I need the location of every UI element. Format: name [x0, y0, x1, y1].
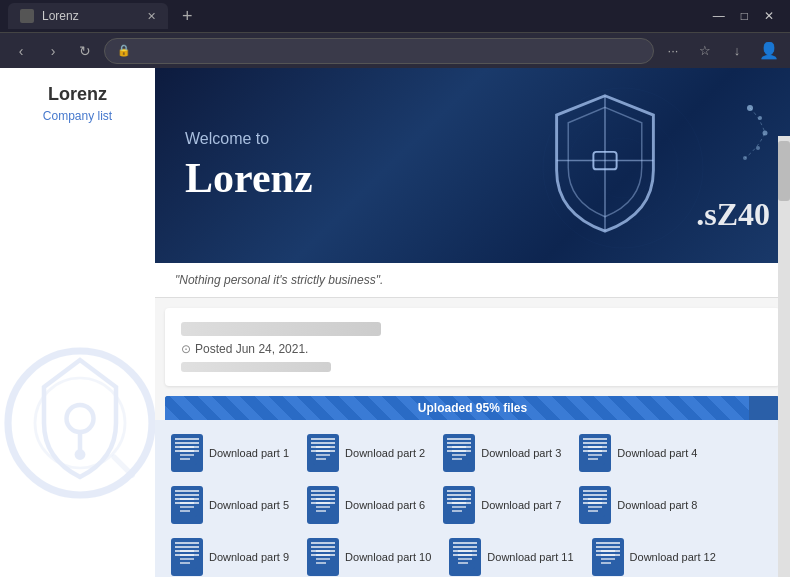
forward-button[interactable]: ›: [40, 38, 66, 64]
download-label: Download part 5: [209, 499, 289, 511]
scrollbar-track[interactable]: [778, 136, 790, 577]
download-label: Download part 3: [481, 447, 561, 459]
download-label: Download part 1: [209, 447, 289, 459]
download-item[interactable]: Download part 2: [301, 430, 431, 476]
refresh-button[interactable]: ↻: [72, 38, 98, 64]
svg-point-3: [75, 449, 86, 460]
browser-chrome: Lorenz ✕ + — □ ✕ ‹ › ↻ 🔒 ··· ☆ ↓ 👤: [0, 0, 790, 68]
doc-icon: [579, 434, 611, 472]
svg-rect-49: [449, 493, 469, 517]
more-button[interactable]: ···: [660, 38, 686, 64]
svg-rect-69: [455, 545, 475, 569]
toolbar: ‹ › ↻ 🔒 ··· ☆ ↓ 👤: [0, 32, 790, 68]
download-item[interactable]: Download part 9: [165, 534, 295, 577]
download-item[interactable]: Download part 6: [301, 482, 431, 528]
tab-favicon: [20, 9, 34, 23]
page-wrapper: Lorenz Company list: [0, 68, 790, 577]
doc-icon: [443, 486, 475, 524]
posted-date: Posted Jun 24, 2021.: [195, 342, 308, 356]
browser-tab[interactable]: Lorenz ✕: [8, 3, 168, 29]
close-window-button[interactable]: ✕: [764, 9, 774, 23]
doc-icon: [443, 434, 475, 472]
doc-icon: [307, 434, 339, 472]
svg-rect-64: [313, 545, 333, 569]
download-item[interactable]: Download part 11: [443, 534, 579, 577]
download-item[interactable]: Download part 4: [573, 430, 703, 476]
download-item[interactable]: Download part 3: [437, 430, 567, 476]
maximize-button[interactable]: □: [741, 9, 748, 23]
profile-button[interactable]: 👤: [756, 38, 782, 64]
company-desc-blur: [181, 362, 331, 372]
upload-section: Uploaded 95% files: [165, 396, 780, 420]
doc-icon: [449, 538, 481, 576]
doc-icon: [171, 434, 203, 472]
new-tab-button[interactable]: +: [176, 6, 199, 27]
doc-icon: [171, 538, 203, 576]
sidebar: Lorenz Company list: [0, 68, 155, 577]
sidebar-watermark: [0, 333, 155, 517]
svg-point-16: [763, 131, 768, 136]
lock-icon: 🔒: [117, 44, 131, 57]
doc-icon: [171, 486, 203, 524]
download-label: Download part 6: [345, 499, 425, 511]
download-label: Download part 11: [487, 551, 573, 563]
title-bar: Lorenz ✕ + — □ ✕: [0, 0, 790, 32]
download-label: Download part 9: [209, 551, 289, 563]
svg-rect-44: [313, 493, 333, 517]
sidebar-company-list-link[interactable]: Company list: [12, 109, 143, 123]
address-bar[interactable]: 🔒: [104, 38, 654, 64]
download-label: Download part 12: [630, 551, 716, 563]
back-button[interactable]: ‹: [8, 38, 34, 64]
svg-rect-74: [598, 545, 618, 569]
svg-point-17: [756, 146, 760, 150]
svg-rect-34: [585, 441, 605, 465]
hero-shield: [540, 88, 670, 242]
svg-rect-29: [449, 441, 469, 465]
download-item[interactable]: Download part 7: [437, 482, 567, 528]
download-button[interactable]: ↓: [724, 38, 750, 64]
svg-rect-54: [585, 493, 605, 517]
download-label: Download part 10: [345, 551, 431, 563]
tab-close-button[interactable]: ✕: [147, 10, 156, 23]
download-item[interactable]: Download part 1: [165, 430, 295, 476]
svg-rect-39: [177, 493, 197, 517]
svg-rect-19: [177, 441, 197, 465]
doc-icon: [307, 486, 339, 524]
posted-info: ⊙ Posted Jun 24, 2021.: [181, 342, 764, 356]
doc-icon: [307, 538, 339, 576]
download-item[interactable]: Download part 8: [573, 482, 703, 528]
company-card: ⊙ Posted Jun 24, 2021.: [165, 308, 780, 386]
download-item[interactable]: Download part 5: [165, 482, 295, 528]
minimize-button[interactable]: —: [713, 9, 725, 23]
hero-banner: Welcome to Lorenz: [155, 68, 790, 263]
svg-rect-59: [177, 545, 197, 569]
window-controls: — □ ✕: [713, 9, 782, 23]
upload-progress-text: Uploaded 95% files: [418, 401, 527, 415]
sidebar-logo: Lorenz: [12, 84, 143, 105]
toolbar-actions: ··· ☆ ↓ 👤: [660, 38, 782, 64]
download-label: Download part 8: [617, 499, 697, 511]
doc-icon: [579, 486, 611, 524]
quote-section: "Nothing personal it's strictly business…: [155, 263, 790, 298]
upload-progress-bar: Uploaded 95% files: [165, 396, 780, 420]
download-label: Download part 2: [345, 447, 425, 459]
download-item[interactable]: Download part 12: [586, 534, 722, 577]
svg-line-5: [114, 457, 132, 475]
quote-text: "Nothing personal it's strictly business…: [175, 273, 383, 287]
main-content: Welcome to Lorenz: [155, 68, 790, 577]
dots-decoration: [690, 98, 770, 182]
svg-rect-24: [313, 441, 333, 465]
svg-point-1: [67, 405, 94, 432]
doc-icon: [592, 538, 624, 576]
download-grid: Download part 1 Download part 2 Download…: [155, 420, 790, 577]
tab-title: Lorenz: [42, 9, 79, 23]
download-item[interactable]: Download part 10: [301, 534, 437, 577]
download-label: Download part 4: [617, 447, 697, 459]
company-name-blur: [181, 322, 381, 336]
scrollbar-thumb[interactable]: [778, 141, 790, 201]
hero-extension-text: .sZ40: [696, 196, 770, 233]
clock-icon: ⊙: [181, 342, 191, 356]
download-label: Download part 7: [481, 499, 561, 511]
bookmark-button[interactable]: ☆: [692, 38, 718, 64]
